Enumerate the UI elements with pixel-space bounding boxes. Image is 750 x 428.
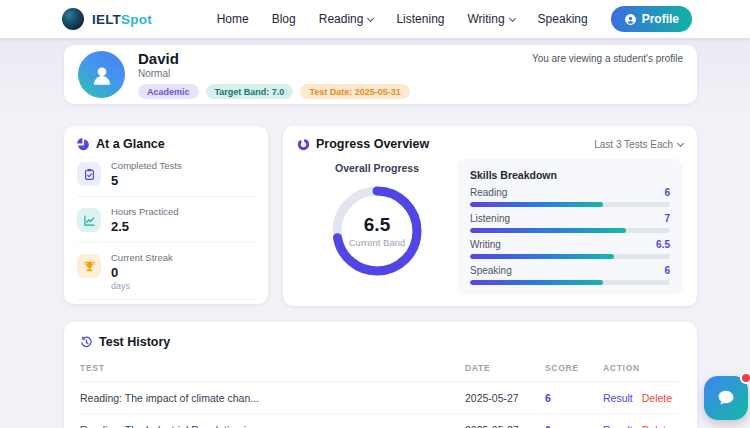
profile-name: David (138, 50, 410, 67)
skill-bar-track (470, 254, 670, 259)
skills-breakdown-title: Skills Breakdown (470, 169, 670, 181)
profile-header-card: David Normal Academic Target Band: 7.0 T… (64, 45, 697, 104)
badge-test-date: Test Date: 2025-05-31 (300, 84, 409, 99)
cell-score: 6 (545, 424, 603, 428)
progress-overview-header: Progress Overview (297, 137, 429, 151)
current-band-caption: Current Band (349, 237, 406, 248)
progress-overview-card: Progress Overview Last 3 Tests Each Over… (283, 126, 697, 306)
skill-bar-fill (470, 280, 603, 285)
skill-row-speaking: Speaking 6 (470, 265, 670, 285)
column-score: SCORE (545, 363, 603, 373)
overall-progress-title: Overall Progress (335, 162, 419, 174)
person-icon (89, 62, 115, 88)
stat-unit: days (111, 281, 173, 291)
nav-item-label: Home (217, 12, 249, 26)
chat-bubble-icon (715, 387, 737, 409)
overall-progress-donut: 6.5 Current Band (329, 183, 425, 279)
chevron-down-icon (367, 14, 374, 21)
skill-value: 7 (664, 213, 670, 224)
nav-links: Home Blog Reading Listening Writing Spea… (217, 6, 692, 32)
at-a-glance-title: At a Glance (96, 137, 165, 151)
viewer-note: You are viewing a student's profile (532, 53, 683, 64)
nav-item-listening[interactable]: Listening (396, 12, 444, 26)
user-circle-icon (624, 13, 637, 26)
skill-bar-track (470, 202, 670, 207)
profile-badges: Academic Target Band: 7.0 Test Date: 202… (138, 84, 410, 99)
skill-row-listening: Listening 7 (470, 213, 670, 233)
badge-academic: Academic (138, 84, 199, 99)
stat-hours-practiced: Hours Practiced 2.5 (77, 197, 255, 243)
table-row: Reading: The impact of climate chan... 2… (80, 382, 681, 414)
skills-breakdown-panel: Skills Breakdown Reading 6 Listening 7 (457, 159, 683, 294)
stat-label: Current Streak (111, 252, 173, 263)
chat-widget-button[interactable] (704, 376, 748, 420)
profile-account-type: Normal (138, 68, 410, 79)
table-header-row: TEST DATE SCORE ACTION (80, 349, 681, 382)
brand-logo-icon (62, 8, 84, 30)
column-action: ACTION (603, 363, 681, 373)
history-icon (80, 336, 93, 349)
table-row: Reading: The Industrial Revolution in ..… (80, 414, 681, 428)
stat-label: Completed Tests (111, 160, 182, 171)
delete-link[interactable]: Delete (642, 392, 672, 404)
profile-info: David Normal Academic Target Band: 7.0 T… (138, 45, 410, 104)
progress-ring-icon (297, 138, 310, 151)
stat-value: 2.5 (111, 219, 179, 234)
chevron-down-icon (509, 14, 516, 21)
unread-notification-dot (740, 372, 750, 384)
brand-name: IELTSpot (92, 12, 152, 27)
profile-button[interactable]: Profile (611, 6, 692, 32)
nav-item-writing[interactable]: Writing (467, 12, 514, 26)
tests-filter-dropdown[interactable]: Last 3 Tests Each (594, 139, 683, 150)
current-band-value: 6.5 (364, 215, 390, 234)
nav-item-label: Listening (396, 12, 444, 26)
skill-value: 6.5 (656, 239, 670, 250)
at-a-glance-header: At a Glance (77, 137, 255, 151)
stat-completed-tests: Completed Tests 5 (77, 151, 255, 197)
top-navbar: IELTSpot Home Blog Reading Listening Wri… (0, 0, 750, 38)
avatar (78, 51, 125, 98)
cell-test-title: Reading: The Industrial Revolution in ..… (80, 424, 465, 428)
nav-item-reading[interactable]: Reading (319, 12, 374, 26)
skill-bar-track (470, 280, 670, 285)
skill-label: Writing (470, 239, 501, 250)
chart-line-icon (77, 208, 101, 232)
test-history-title: Test History (99, 335, 170, 349)
trophy-icon (77, 254, 101, 278)
stat-value: 0 (111, 265, 173, 280)
cell-date: 2025-05-27 (465, 424, 545, 428)
test-history-header: Test History (80, 335, 681, 349)
nav-item-label: Reading (319, 12, 364, 26)
skill-label: Speaking (470, 265, 512, 276)
result-link[interactable]: Result (603, 424, 633, 428)
nav-item-speaking[interactable]: Speaking (538, 12, 588, 26)
result-link[interactable]: Result (603, 392, 633, 404)
nav-item-label: Speaking (538, 12, 588, 26)
profile-button-label: Profile (642, 12, 679, 26)
stat-value: 5 (111, 173, 182, 188)
cell-date: 2025-05-27 (465, 392, 545, 404)
cell-score: 6 (545, 392, 603, 404)
nav-item-home[interactable]: Home (217, 12, 249, 26)
brand-name-primary: IELT (92, 12, 121, 27)
skill-bar-fill (470, 202, 603, 207)
skill-row-reading: Reading 6 (470, 187, 670, 207)
skill-bar-fill (470, 254, 614, 259)
column-date: DATE (465, 363, 545, 373)
nav-item-label: Writing (467, 12, 504, 26)
skill-value: 6 (664, 265, 670, 276)
stat-current-streak: Current Streak 0 days (77, 243, 255, 300)
stat-label: Hours Practiced (111, 206, 179, 217)
cell-test-title: Reading: The impact of climate chan... (80, 392, 465, 404)
skill-label: Listening (470, 213, 510, 224)
clipboard-check-icon (77, 162, 101, 186)
donut-center-label: 6.5 Current Band (329, 183, 425, 279)
nav-item-label: Blog (272, 12, 296, 26)
skill-bar-fill (470, 228, 626, 233)
skill-row-writing: Writing 6.5 (470, 239, 670, 259)
nav-item-blog[interactable]: Blog (272, 12, 296, 26)
skill-label: Reading (470, 187, 507, 198)
delete-link[interactable]: Delete (642, 424, 672, 428)
chevron-down-icon (677, 139, 684, 146)
brand-name-secondary: Spot (121, 12, 152, 27)
